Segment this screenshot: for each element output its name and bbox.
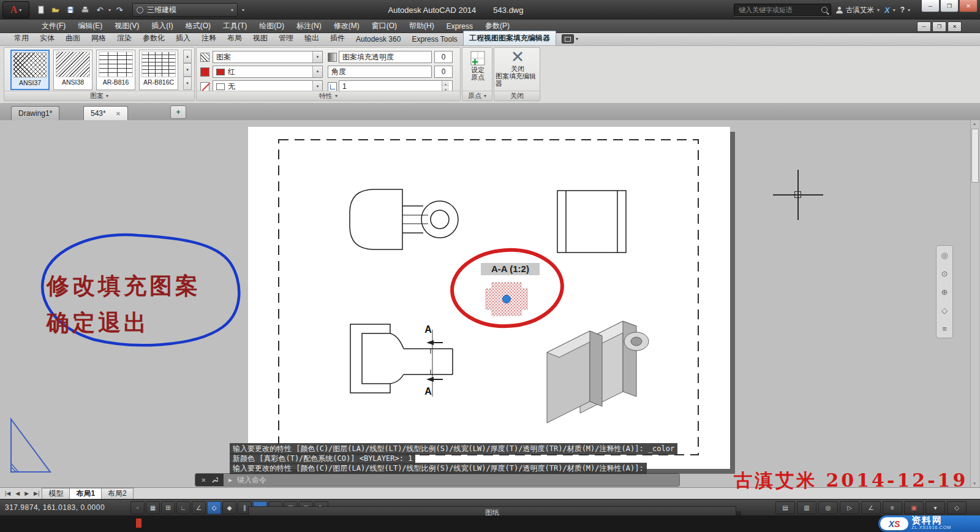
wrench-icon[interactable] — [211, 476, 218, 484]
open-file-button[interactable] — [50, 4, 62, 15]
properties-panel-title[interactable]: 特性 ▾ — [197, 91, 460, 101]
tab-solid[interactable]: 实体 — [34, 31, 60, 45]
tab-annotate[interactable]: 注释 — [196, 31, 222, 45]
workspace-dropdown[interactable]: 三维建模 ▾ — [132, 3, 238, 17]
steering-wheel-icon[interactable]: ◎ — [941, 251, 948, 260]
close-hatch-editor-button[interactable]: ✕ 关闭 图案填充编辑器 — [496, 49, 540, 87]
annotation-scale-button[interactable]: ∠ — [861, 501, 881, 514]
tab-home[interactable]: 常用 — [9, 31, 34, 45]
osnap3d-toggle[interactable]: ◆ — [222, 501, 236, 514]
tab-layout[interactable]: 布局 — [222, 31, 247, 45]
hatched-section-detail[interactable]: A-A (1:2) — [481, 263, 540, 316]
ribbon-display-toggle[interactable]: ▾ — [562, 34, 578, 44]
undo-caret-icon[interactable]: ▾ — [108, 7, 111, 13]
layout1-tab[interactable]: 布局1 — [69, 488, 102, 499]
search-icon[interactable] — [821, 7, 827, 13]
minimize-button[interactable]: ─ — [921, 0, 940, 12]
navbar-menu-icon[interactable]: ≡ — [942, 324, 947, 333]
view-isometric-3d[interactable] — [547, 321, 649, 423]
tab-render[interactable]: 渲染 — [111, 31, 137, 45]
tab-autodesk360[interactable]: Autodesk 360 — [350, 33, 406, 45]
set-origin-button[interactable]: 设定 原点 — [465, 50, 491, 81]
spinner-up-icon[interactable]: ▴ — [442, 81, 449, 86]
quick-view-layouts-button[interactable]: ▤ — [775, 501, 795, 514]
scroll-up-icon[interactable]: ▴ — [971, 120, 978, 127]
transparency-value-input[interactable]: 0 — [434, 51, 453, 63]
menu-format[interactable]: 格式(O) — [179, 20, 217, 32]
file-tab-543[interactable]: 543* ✕ — [83, 106, 128, 120]
model-tab[interactable]: 模型 — [42, 488, 70, 499]
sign-in-control[interactable]: 古滇艾米 ▾ — [836, 6, 880, 15]
close-button[interactable]: ✕ — [959, 0, 978, 12]
menu-dimension[interactable]: 标注(N) — [290, 20, 328, 32]
ortho-toggle[interactable]: ∟ — [176, 501, 190, 514]
menu-tools[interactable]: 工具(T) — [217, 20, 253, 32]
pan-icon[interactable]: ⊙ — [941, 269, 948, 278]
angle-value-input[interactable]: 0 — [434, 66, 453, 78]
clean-screen-button[interactable]: ◇ — [947, 501, 967, 514]
drawing-canvas[interactable]: A A A-A (1:2) — [0, 120, 980, 487]
section-line-a-a[interactable]: A A — [424, 324, 443, 397]
help-menu-button[interactable]: ? ▾ — [900, 6, 910, 14]
gallery-up-button[interactable]: ▴ — [183, 50, 192, 63]
scrollbar-thumb[interactable] — [971, 129, 979, 183]
menu-help[interactable]: 帮助(H) — [403, 20, 440, 32]
maximize-button[interactable]: ❐ — [940, 0, 959, 12]
menu-modify[interactable]: 修改(M) — [328, 20, 366, 32]
coordinates-readout[interactable]: 317.9874, 161.0183, 0.0000 — [5, 503, 130, 512]
doc-close-button[interactable]: ✕ — [948, 21, 962, 32]
status-menu-caret[interactable]: ▾ — [925, 501, 945, 514]
orbit-icon[interactable]: ◇ — [941, 306, 948, 315]
layout2-tab[interactable]: 布局2 — [101, 488, 134, 499]
menu-edit[interactable]: 编辑(E) — [72, 20, 108, 32]
undo-button[interactable]: ↶ — [94, 4, 106, 15]
angle-label-field[interactable]: 角度 — [328, 66, 432, 78]
tab-close-icon[interactable]: ✕ — [116, 110, 121, 117]
pattern-panel-title[interactable]: 图案 ▾ — [4, 91, 194, 101]
grip-point[interactable] — [503, 295, 511, 303]
view-bottom-left[interactable] — [350, 324, 453, 393]
menu-view[interactable]: 视图(V) — [108, 20, 145, 32]
hardware-accel-button[interactable]: ▣ — [904, 501, 924, 514]
menu-window[interactable]: 窗口(O) — [366, 20, 403, 32]
first-tab-button[interactable]: |◀ — [2, 490, 13, 496]
pattern-swatch-ansi37[interactable]: ANSI37 — [10, 50, 50, 90]
command-input[interactable]: ▸ 键入命令 — [224, 474, 679, 486]
show-motion-button[interactable]: ▷ — [840, 501, 859, 514]
tab-plugins[interactable]: 插件 — [325, 31, 350, 45]
pattern-swatch-ar-b816[interactable]: AR-B816 — [96, 50, 135, 90]
annotation-visibility-button[interactable]: ≡ — [883, 501, 902, 514]
vertical-scrollbar[interactable]: ▴ ▾ — [970, 120, 979, 487]
menu-draw[interactable]: 绘图(D) — [253, 20, 290, 32]
menu-express[interactable]: Express — [440, 21, 479, 32]
tab-insert[interactable]: 插入 — [170, 31, 196, 45]
hatch-type-dropdown[interactable]: 图案 ▾ — [213, 51, 323, 63]
tab-mesh[interactable]: 网格 — [86, 31, 111, 45]
tab-parametric[interactable]: 参数化 — [137, 31, 170, 45]
tab-express-tools[interactable]: Express Tools — [406, 33, 462, 45]
view-top-left[interactable] — [350, 189, 458, 249]
hatch-color-dropdown[interactable]: 红 ▾ — [213, 66, 323, 78]
section-view-label[interactable]: A-A (1:2) — [491, 264, 529, 274]
doc-restore-button[interactable]: ❐ — [932, 21, 946, 32]
polar-toggle[interactable]: ∠ — [192, 501, 206, 514]
transparency-slider-label[interactable]: 图案填充透明度 — [339, 51, 432, 63]
prev-tab-button[interactable]: ◀ — [13, 490, 22, 496]
origin-panel-title[interactable]: 原点 ▾ — [462, 91, 492, 101]
save-button[interactable] — [64, 4, 77, 15]
osnap-toggle[interactable]: ◇ — [207, 501, 221, 514]
pattern-swatch-ansi38[interactable]: ANSI38 — [53, 50, 92, 90]
zoom-icon[interactable]: ⊕ — [941, 287, 948, 297]
tab-view[interactable]: 视图 — [247, 31, 273, 45]
grid-toggle[interactable]: ⊞ — [161, 501, 175, 514]
command-close-icon[interactable]: ✕ — [201, 477, 206, 484]
help-search-input[interactable] — [737, 6, 818, 14]
next-tab-button[interactable]: ▶ — [22, 490, 31, 496]
tab-surface[interactable]: 曲面 — [60, 31, 86, 45]
pattern-swatch-ar-b816c[interactable]: AR-B816C — [139, 50, 178, 90]
gallery-down-button[interactable]: ▾ — [183, 63, 192, 77]
snap-toggle[interactable]: ▦ — [146, 501, 160, 514]
redo-button[interactable]: ↷ — [113, 4, 126, 15]
new-drawing-tab-button[interactable]: + — [170, 105, 186, 119]
menu-insert[interactable]: 插入(I) — [145, 20, 179, 32]
